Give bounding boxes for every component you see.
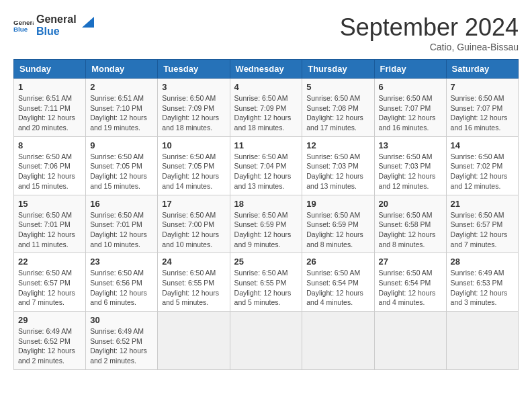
- header-sunday: Sunday: [14, 60, 86, 79]
- day-cell: 9Sunrise: 6:50 AMSunset: 7:05 PMDaylight…: [86, 136, 158, 195]
- day-info: Sunrise: 6:50 AMSunset: 6:59 PMDaylight:…: [234, 210, 298, 250]
- day-cell: 8Sunrise: 6:50 AMSunset: 7:06 PMDaylight…: [14, 136, 86, 195]
- day-cell: 14Sunrise: 6:50 AMSunset: 7:02 PMDayligh…: [446, 136, 518, 195]
- day-info: Sunrise: 6:51 AMSunset: 7:10 PMDaylight:…: [90, 93, 153, 133]
- day-number: 19: [306, 199, 369, 209]
- svg-text:General: General: [13, 18, 34, 26]
- day-info: Sunrise: 6:51 AMSunset: 7:11 PMDaylight:…: [18, 93, 81, 133]
- day-info: Sunrise: 6:50 AMSunset: 6:54 PMDaylight:…: [306, 268, 369, 308]
- logo-arrow-icon: [81, 15, 95, 30]
- day-cell: 24Sunrise: 6:50 AMSunset: 6:55 PMDayligh…: [158, 253, 230, 312]
- day-info: Sunrise: 6:49 AMSunset: 6:53 PMDaylight:…: [451, 268, 514, 308]
- day-number: 6: [379, 82, 442, 92]
- day-info: Sunrise: 6:50 AMSunset: 7:01 PMDaylight:…: [90, 210, 153, 250]
- day-number: 27: [379, 257, 442, 267]
- day-cell: [302, 312, 374, 370]
- day-info: Sunrise: 6:50 AMSunset: 6:55 PMDaylight:…: [162, 268, 225, 308]
- day-cell: 17Sunrise: 6:50 AMSunset: 7:00 PMDayligh…: [158, 195, 230, 253]
- day-cell: 28Sunrise: 6:49 AMSunset: 6:53 PMDayligh…: [446, 253, 518, 312]
- day-number: 1: [18, 82, 81, 92]
- day-info: Sunrise: 6:50 AMSunset: 6:59 PMDaylight:…: [306, 210, 369, 250]
- day-info: Sunrise: 6:50 AMSunset: 7:02 PMDaylight:…: [451, 152, 514, 191]
- day-number: 3: [162, 82, 225, 92]
- day-number: 4: [234, 82, 298, 92]
- day-cell: 7Sunrise: 6:50 AMSunset: 7:07 PMDaylight…: [446, 79, 518, 137]
- day-cell: 10Sunrise: 6:50 AMSunset: 7:05 PMDayligh…: [158, 136, 230, 195]
- day-number: 29: [18, 315, 81, 325]
- day-info: Sunrise: 6:50 AMSunset: 7:09 PMDaylight:…: [162, 93, 225, 133]
- day-cell: [446, 312, 518, 370]
- day-cell: 25Sunrise: 6:50 AMSunset: 6:55 PMDayligh…: [230, 253, 302, 312]
- day-info: Sunrise: 6:50 AMSunset: 7:03 PMDaylight:…: [379, 152, 442, 191]
- week-row-3: 15Sunrise: 6:50 AMSunset: 7:01 PMDayligh…: [14, 195, 519, 253]
- header-wednesday: Wednesday: [230, 60, 302, 79]
- day-cell: 15Sunrise: 6:50 AMSunset: 7:01 PMDayligh…: [14, 195, 86, 253]
- day-cell: 27Sunrise: 6:50 AMSunset: 6:54 PMDayligh…: [374, 253, 446, 312]
- day-cell: 3Sunrise: 6:50 AMSunset: 7:09 PMDaylight…: [158, 79, 230, 137]
- day-cell: 13Sunrise: 6:50 AMSunset: 7:03 PMDayligh…: [374, 136, 446, 195]
- calendar-header-row: SundayMondayTuesdayWednesdayThursdayFrid…: [14, 60, 519, 79]
- day-cell: 22Sunrise: 6:50 AMSunset: 6:57 PMDayligh…: [14, 253, 86, 312]
- day-info: Sunrise: 6:50 AMSunset: 6:58 PMDaylight:…: [379, 210, 442, 250]
- day-number: 8: [18, 140, 81, 150]
- day-cell: 23Sunrise: 6:50 AMSunset: 6:56 PMDayligh…: [86, 253, 158, 312]
- day-cell: 1Sunrise: 6:51 AMSunset: 7:11 PMDaylight…: [14, 79, 86, 137]
- day-info: Sunrise: 6:49 AMSunset: 6:52 PMDaylight:…: [18, 326, 81, 366]
- location-label: Catio, Guinea-Bissau: [340, 42, 519, 52]
- logo-icon: General Blue: [13, 15, 34, 36]
- header-monday: Monday: [86, 60, 158, 79]
- day-number: 21: [451, 199, 514, 209]
- day-cell: 30Sunrise: 6:49 AMSunset: 6:52 PMDayligh…: [86, 312, 158, 370]
- day-info: Sunrise: 6:50 AMSunset: 7:03 PMDaylight:…: [306, 152, 369, 191]
- day-info: Sunrise: 6:50 AMSunset: 7:05 PMDaylight:…: [162, 152, 225, 191]
- day-info: Sunrise: 6:50 AMSunset: 6:57 PMDaylight:…: [18, 268, 81, 308]
- day-info: Sunrise: 6:50 AMSunset: 7:06 PMDaylight:…: [18, 152, 81, 191]
- day-cell: 11Sunrise: 6:50 AMSunset: 7:04 PMDayligh…: [230, 136, 302, 195]
- day-number: 10: [162, 140, 225, 150]
- day-number: 28: [451, 257, 514, 267]
- day-cell: 5Sunrise: 6:50 AMSunset: 7:08 PMDaylight…: [302, 79, 374, 137]
- header-friday: Friday: [374, 60, 446, 79]
- title-block: September 2024 Catio, Guinea-Bissau: [340, 13, 519, 52]
- day-info: Sunrise: 6:50 AMSunset: 7:07 PMDaylight:…: [451, 93, 514, 133]
- day-number: 2: [90, 82, 153, 92]
- day-info: Sunrise: 6:50 AMSunset: 7:04 PMDaylight:…: [234, 152, 298, 191]
- day-cell: [374, 312, 446, 370]
- day-number: 16: [90, 199, 153, 209]
- day-info: Sunrise: 6:50 AMSunset: 6:56 PMDaylight:…: [90, 268, 153, 308]
- month-title: September 2024: [340, 13, 519, 42]
- day-cell: 20Sunrise: 6:50 AMSunset: 6:58 PMDayligh…: [374, 195, 446, 253]
- day-info: Sunrise: 6:50 AMSunset: 6:57 PMDaylight:…: [451, 210, 514, 250]
- day-number: 13: [379, 140, 442, 150]
- day-info: Sunrise: 6:49 AMSunset: 6:52 PMDaylight:…: [90, 326, 153, 366]
- calendar-table: SundayMondayTuesdayWednesdayThursdayFrid…: [13, 59, 519, 370]
- day-cell: 4Sunrise: 6:50 AMSunset: 7:09 PMDaylight…: [230, 79, 302, 137]
- header-saturday: Saturday: [446, 60, 518, 79]
- week-row-1: 1Sunrise: 6:51 AMSunset: 7:11 PMDaylight…: [14, 79, 519, 137]
- logo-general-text: General: [36, 13, 77, 26]
- day-info: Sunrise: 6:50 AMSunset: 7:01 PMDaylight:…: [18, 210, 81, 250]
- week-row-5: 29Sunrise: 6:49 AMSunset: 6:52 PMDayligh…: [14, 312, 519, 370]
- logo: General Blue General Blue: [13, 13, 95, 37]
- page-header: General Blue General Blue September 2024…: [13, 13, 519, 52]
- day-cell: 16Sunrise: 6:50 AMSunset: 7:01 PMDayligh…: [86, 195, 158, 253]
- day-number: 17: [162, 199, 225, 209]
- day-cell: 18Sunrise: 6:50 AMSunset: 6:59 PMDayligh…: [230, 195, 302, 253]
- day-number: 22: [18, 257, 81, 267]
- day-number: 25: [234, 257, 298, 267]
- day-number: 7: [451, 82, 514, 92]
- day-info: Sunrise: 6:50 AMSunset: 7:09 PMDaylight:…: [234, 93, 298, 133]
- day-number: 5: [306, 82, 369, 92]
- svg-text:Blue: Blue: [13, 26, 28, 33]
- week-row-2: 8Sunrise: 6:50 AMSunset: 7:06 PMDaylight…: [14, 136, 519, 195]
- day-info: Sunrise: 6:50 AMSunset: 7:00 PMDaylight:…: [162, 210, 225, 250]
- day-info: Sunrise: 6:50 AMSunset: 7:07 PMDaylight:…: [379, 93, 442, 133]
- day-cell: [230, 312, 302, 370]
- day-number: 14: [451, 140, 514, 150]
- day-number: 11: [234, 140, 298, 150]
- day-info: Sunrise: 6:50 AMSunset: 7:05 PMDaylight:…: [90, 152, 153, 191]
- day-cell: 12Sunrise: 6:50 AMSunset: 7:03 PMDayligh…: [302, 136, 374, 195]
- header-thursday: Thursday: [302, 60, 374, 79]
- day-number: 24: [162, 257, 225, 267]
- week-row-4: 22Sunrise: 6:50 AMSunset: 6:57 PMDayligh…: [14, 253, 519, 312]
